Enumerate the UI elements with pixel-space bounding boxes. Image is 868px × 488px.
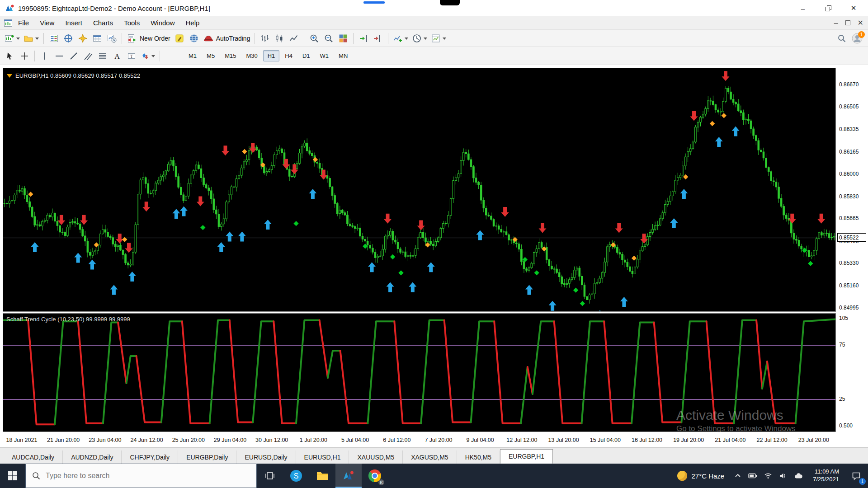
onedrive-cloud-icon[interactable] <box>794 472 803 479</box>
menu-tools[interactable]: Tools <box>118 16 145 29</box>
mdi-restore-button[interactable] <box>845 20 850 25</box>
line-chart-button[interactable] <box>287 32 301 45</box>
navigator-button[interactable] <box>75 32 90 45</box>
green-diamond-icon <box>534 270 539 275</box>
price-axis-label: 0.84995 <box>839 305 859 311</box>
vertical-line-button[interactable] <box>38 49 52 63</box>
auto-scroll-button[interactable] <box>356 32 371 45</box>
timeframe-m1[interactable]: M1 <box>184 50 201 61</box>
chart-tab-chfjpy-daily[interactable]: CHFJPY,Daily <box>122 450 178 464</box>
timeframe-m30[interactable]: M30 <box>241 50 262 61</box>
volume-icon[interactable] <box>779 472 787 479</box>
battery-icon[interactable] <box>748 472 757 479</box>
trendline-button[interactable] <box>66 49 81 63</box>
zoom-out-button[interactable] <box>321 32 336 45</box>
skype-taskbar-icon[interactable]: S <box>283 464 309 488</box>
data-window-button[interactable] <box>61 32 75 45</box>
price-axis[interactable]: 0.866700.865050.863350.861650.860000.858… <box>837 68 868 312</box>
menu-window[interactable]: Window <box>145 16 180 29</box>
search-icon[interactable] <box>837 34 846 43</box>
cursor-button[interactable] <box>3 49 17 63</box>
stc-line <box>756 320 762 389</box>
quick-trade-arrow-icon[interactable] <box>7 74 12 80</box>
horizontal-line-icon <box>55 52 64 61</box>
indicator-axis-label: 75 <box>839 342 845 348</box>
chart-tab-hk50-m5[interactable]: HK50,M5 <box>457 450 500 464</box>
timeframe-m5[interactable]: M5 <box>202 50 219 61</box>
crosshair-button[interactable] <box>17 49 32 63</box>
close-button[interactable]: ✕ <box>841 0 866 16</box>
chart-tab-eurgbp-daily[interactable]: EURGBP,Daily <box>178 450 236 464</box>
timeframe-h1[interactable]: H1 <box>263 50 280 61</box>
action-center-badge: 1 <box>859 478 866 485</box>
tile-windows-button[interactable] <box>336 32 350 45</box>
chart-shift-button[interactable] <box>371 32 385 45</box>
start-button[interactable] <box>0 464 25 488</box>
chart-tab-audnzd-daily[interactable]: AUDNZD,Daily <box>63 450 122 464</box>
text-button[interactable]: A <box>110 49 124 63</box>
toolbar-separator <box>388 33 388 44</box>
mt4-taskbar-icon[interactable] <box>335 464 362 488</box>
fibonacci-button[interactable] <box>95 49 110 63</box>
taskbar-clock[interactable]: 11:09 AM 7/25/2021 <box>807 464 844 488</box>
chart-tab-xauusd-m5[interactable]: XAUUSD,M5 <box>349 450 403 464</box>
chrome-taskbar-icon[interactable]: K <box>362 464 388 488</box>
horizontal-line-button[interactable] <box>52 49 66 63</box>
toolbar-separator <box>122 33 122 44</box>
hidden-icons-chevron-icon[interactable] <box>734 472 741 479</box>
menu-charts[interactable]: Charts <box>88 16 118 29</box>
market-watch-button[interactable] <box>47 32 61 45</box>
mdi-close-button[interactable]: ✕ <box>858 19 863 27</box>
bar-chart-button[interactable] <box>258 32 272 45</box>
text-label-button[interactable]: T <box>124 49 139 63</box>
minimize-button[interactable]: – <box>790 0 816 16</box>
window-title: 19950895: EightcapLtd-Demo2 - Demo Accou… <box>18 5 210 12</box>
metaeditor-button[interactable] <box>172 32 187 45</box>
chart-tab-eurgbp-h1[interactable]: EURGBP,H1 <box>500 449 553 464</box>
account-button[interactable]: 1 <box>852 33 863 44</box>
stc-line <box>368 321 394 423</box>
sell-arrow-icon <box>222 145 229 155</box>
chart-tab-eurusd-h1[interactable]: EURUSD,H1 <box>296 450 349 464</box>
periods-button[interactable] <box>410 32 429 45</box>
wifi-icon[interactable] <box>764 472 772 479</box>
buy-arrow-icon <box>715 137 723 147</box>
menu-help[interactable]: Help <box>180 16 205 29</box>
chart-tab-eurusd-daily[interactable]: EURUSD,Daily <box>236 450 296 464</box>
indicator-axis[interactable]: 10575250.500 <box>837 313 868 432</box>
search-input[interactable] <box>46 472 236 480</box>
zoom-in-button[interactable] <box>307 32 321 45</box>
mdi-minimize-button[interactable]: – <box>834 19 838 27</box>
restore-button[interactable] <box>816 0 841 16</box>
taskbar-weather[interactable]: 27°C Haze <box>672 464 730 488</box>
main-chart[interactable]: EURGBP,H1 0.85609 0.85629 0.85517 0.8552… <box>3 68 836 312</box>
date-axis[interactable]: 18 Jun 202121 Jun 20:0023 Jun 04:0024 Ju… <box>0 434 868 447</box>
timeframe-d1[interactable]: D1 <box>298 50 315 61</box>
menu-insert[interactable]: Insert <box>60 16 88 29</box>
stc-line <box>394 321 421 423</box>
new-chart-button[interactable] <box>3 32 22 45</box>
chart-tab-xagusd-m5[interactable]: XAGUSD,M5 <box>403 450 457 464</box>
chart-tab-audcad-daily[interactable]: AUDCAD,Daily <box>4 450 63 464</box>
timeframe-mn[interactable]: MN <box>334 50 352 61</box>
candlestick-chart-button[interactable] <box>272 32 287 45</box>
menu-file[interactable]: File <box>13 16 34 29</box>
timeframe-w1[interactable]: W1 <box>316 50 334 61</box>
timeframe-m15[interactable]: M15 <box>220 50 241 61</box>
action-center-button[interactable]: 1 <box>844 464 868 488</box>
file-explorer-taskbar-icon[interactable] <box>309 464 335 488</box>
templates-button[interactable] <box>429 32 448 45</box>
terminal-button[interactable] <box>90 32 104 45</box>
menu-view[interactable]: View <box>34 16 60 29</box>
taskbar-search[interactable] <box>25 464 257 488</box>
arrows-button[interactable] <box>139 49 157 63</box>
timeframe-h4[interactable]: H4 <box>280 50 297 61</box>
new-order-button[interactable]: New Order <box>125 32 172 45</box>
profiles-button[interactable] <box>22 32 41 45</box>
mql5-community-button[interactable] <box>187 32 201 45</box>
strategy-tester-button[interactable] <box>104 32 119 45</box>
autotrading-button[interactable]: AutoTrading <box>201 32 252 45</box>
task-view-button[interactable] <box>257 464 283 488</box>
indicators-button[interactable] <box>391 32 410 45</box>
channel-button[interactable] <box>81 49 95 63</box>
